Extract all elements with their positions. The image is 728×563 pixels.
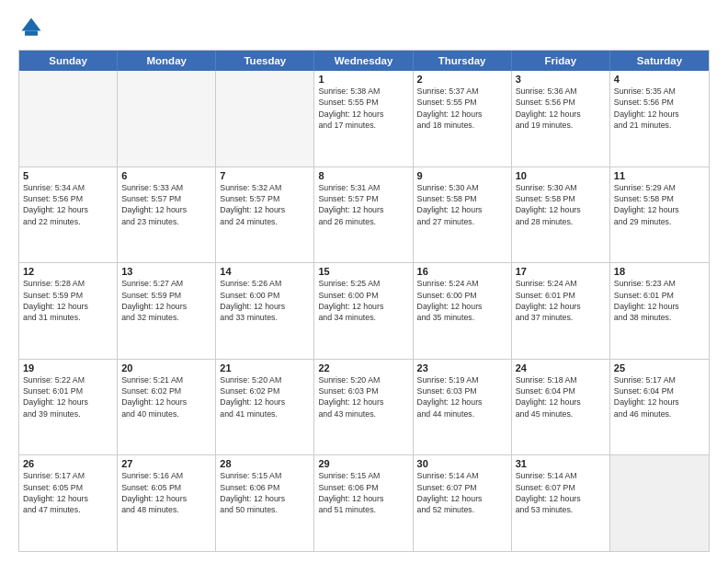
calendar-cell: 19Sunrise: 5:22 AM Sunset: 6:01 PM Dayli… <box>19 360 118 455</box>
day-number: 17 <box>516 266 606 277</box>
day-number: 23 <box>417 362 507 373</box>
day-info: Sunrise: 5:31 AM Sunset: 5:57 PM Dayligh… <box>318 182 408 227</box>
calendar-cell: 4Sunrise: 5:35 AM Sunset: 5:56 PM Daylig… <box>610 71 709 167</box>
day-number: 4 <box>614 74 705 85</box>
day-info: Sunrise: 5:16 AM Sunset: 6:05 PM Dayligh… <box>121 470 211 515</box>
day-info: Sunrise: 5:14 AM Sunset: 6:07 PM Dayligh… <box>516 470 606 515</box>
day-info: Sunrise: 5:37 AM Sunset: 5:55 PM Dayligh… <box>417 86 507 131</box>
calendar-cell <box>118 71 216 167</box>
calendar-cell <box>610 455 709 551</box>
calendar-cell: 23Sunrise: 5:19 AM Sunset: 6:03 PM Dayli… <box>414 360 512 455</box>
day-info: Sunrise: 5:22 AM Sunset: 6:01 PM Dayligh… <box>23 374 113 419</box>
calendar-cell: 1Sunrise: 5:38 AM Sunset: 5:55 PM Daylig… <box>314 71 413 167</box>
day-number: 9 <box>417 170 507 181</box>
day-info: Sunrise: 5:25 AM Sunset: 6:00 PM Dayligh… <box>318 278 408 323</box>
day-number: 16 <box>417 266 507 277</box>
cal-header-day: Monday <box>118 51 216 71</box>
day-info: Sunrise: 5:20 AM Sunset: 6:02 PM Dayligh… <box>220 374 310 419</box>
calendar-row: 26Sunrise: 5:17 AM Sunset: 6:05 PM Dayli… <box>19 454 709 551</box>
calendar-body: 1Sunrise: 5:38 AM Sunset: 5:55 PM Daylig… <box>19 71 709 551</box>
day-info: Sunrise: 5:29 AM Sunset: 5:58 PM Dayligh… <box>614 182 705 227</box>
day-info: Sunrise: 5:27 AM Sunset: 5:59 PM Dayligh… <box>121 278 211 323</box>
day-info: Sunrise: 5:20 AM Sunset: 6:03 PM Dayligh… <box>318 374 408 419</box>
calendar-cell: 6Sunrise: 5:33 AM Sunset: 5:57 PM Daylig… <box>118 167 216 263</box>
calendar-cell: 2Sunrise: 5:37 AM Sunset: 5:55 PM Daylig… <box>414 71 512 167</box>
calendar-header: SundayMondayTuesdayWednesdayThursdayFrid… <box>19 51 709 71</box>
day-info: Sunrise: 5:15 AM Sunset: 6:06 PM Dayligh… <box>220 470 310 515</box>
calendar-cell: 22Sunrise: 5:20 AM Sunset: 6:03 PM Dayli… <box>314 360 413 455</box>
day-number: 15 <box>318 266 408 277</box>
calendar-cell: 21Sunrise: 5:20 AM Sunset: 6:02 PM Dayli… <box>216 360 314 455</box>
calendar-cell: 5Sunrise: 5:34 AM Sunset: 5:56 PM Daylig… <box>19 167 118 263</box>
cal-header-day: Sunday <box>19 51 118 71</box>
day-number: 22 <box>318 362 408 373</box>
day-number: 26 <box>23 458 113 469</box>
cal-header-day: Wednesday <box>314 51 413 71</box>
day-info: Sunrise: 5:30 AM Sunset: 5:58 PM Dayligh… <box>516 182 606 227</box>
calendar-cell: 11Sunrise: 5:29 AM Sunset: 5:58 PM Dayli… <box>610 167 709 263</box>
cal-header-day: Tuesday <box>216 51 314 71</box>
day-number: 11 <box>614 170 705 181</box>
cal-header-day: Saturday <box>610 51 709 71</box>
day-info: Sunrise: 5:15 AM Sunset: 6:06 PM Dayligh… <box>318 470 408 515</box>
logo-icon <box>18 15 44 40</box>
day-number: 24 <box>516 362 606 373</box>
calendar-cell: 15Sunrise: 5:25 AM Sunset: 6:00 PM Dayli… <box>314 263 413 359</box>
calendar-cell: 7Sunrise: 5:32 AM Sunset: 5:57 PM Daylig… <box>216 167 314 263</box>
day-number: 29 <box>318 458 408 469</box>
calendar-cell: 24Sunrise: 5:18 AM Sunset: 6:04 PM Dayli… <box>512 360 610 455</box>
svg-marker-0 <box>22 18 41 31</box>
calendar-cell: 27Sunrise: 5:16 AM Sunset: 6:05 PM Dayli… <box>118 455 216 551</box>
day-number: 6 <box>121 170 211 181</box>
logo <box>18 15 48 40</box>
calendar-cell: 3Sunrise: 5:36 AM Sunset: 5:56 PM Daylig… <box>512 71 610 167</box>
day-info: Sunrise: 5:18 AM Sunset: 6:04 PM Dayligh… <box>516 374 606 419</box>
calendar-row: 19Sunrise: 5:22 AM Sunset: 6:01 PM Dayli… <box>19 359 709 455</box>
calendar-cell: 8Sunrise: 5:31 AM Sunset: 5:57 PM Daylig… <box>314 167 413 263</box>
calendar-cell: 25Sunrise: 5:17 AM Sunset: 6:04 PM Dayli… <box>610 360 709 455</box>
day-number: 7 <box>220 170 310 181</box>
day-info: Sunrise: 5:33 AM Sunset: 5:57 PM Dayligh… <box>121 182 211 227</box>
calendar-cell: 14Sunrise: 5:26 AM Sunset: 6:00 PM Dayli… <box>216 263 314 359</box>
day-number: 1 <box>318 74 408 85</box>
cal-header-day: Friday <box>512 51 610 71</box>
day-info: Sunrise: 5:14 AM Sunset: 6:07 PM Dayligh… <box>417 470 507 515</box>
day-info: Sunrise: 5:26 AM Sunset: 6:00 PM Dayligh… <box>220 278 310 323</box>
day-info: Sunrise: 5:32 AM Sunset: 5:57 PM Dayligh… <box>220 182 310 227</box>
calendar-row: 1Sunrise: 5:38 AM Sunset: 5:55 PM Daylig… <box>19 71 709 167</box>
day-number: 21 <box>220 362 310 373</box>
day-info: Sunrise: 5:38 AM Sunset: 5:55 PM Dayligh… <box>318 86 408 131</box>
calendar-cell: 16Sunrise: 5:24 AM Sunset: 6:00 PM Dayli… <box>414 263 512 359</box>
day-number: 18 <box>614 266 705 277</box>
calendar-cell: 26Sunrise: 5:17 AM Sunset: 6:05 PM Dayli… <box>19 455 118 551</box>
calendar-cell: 31Sunrise: 5:14 AM Sunset: 6:07 PM Dayli… <box>512 455 610 551</box>
day-number: 25 <box>614 362 705 373</box>
day-info: Sunrise: 5:34 AM Sunset: 5:56 PM Dayligh… <box>23 182 113 227</box>
day-number: 31 <box>516 458 606 469</box>
day-number: 30 <box>417 458 507 469</box>
day-number: 28 <box>220 458 310 469</box>
day-number: 2 <box>417 74 507 85</box>
calendar-cell: 18Sunrise: 5:23 AM Sunset: 6:01 PM Dayli… <box>610 263 709 359</box>
day-info: Sunrise: 5:28 AM Sunset: 5:59 PM Dayligh… <box>23 278 113 323</box>
header <box>18 15 710 40</box>
day-number: 20 <box>121 362 211 373</box>
day-number: 5 <box>23 170 113 181</box>
cal-header-day: Thursday <box>414 51 512 71</box>
day-number: 8 <box>318 170 408 181</box>
calendar-cell: 9Sunrise: 5:30 AM Sunset: 5:58 PM Daylig… <box>414 167 512 263</box>
calendar-cell: 29Sunrise: 5:15 AM Sunset: 6:06 PM Dayli… <box>314 455 413 551</box>
calendar-cell <box>19 71 118 167</box>
day-number: 27 <box>121 458 211 469</box>
day-number: 10 <box>516 170 606 181</box>
day-info: Sunrise: 5:36 AM Sunset: 5:56 PM Dayligh… <box>516 86 606 131</box>
day-number: 12 <box>23 266 113 277</box>
svg-rect-1 <box>25 31 38 36</box>
calendar-cell: 28Sunrise: 5:15 AM Sunset: 6:06 PM Dayli… <box>216 455 314 551</box>
calendar-cell: 12Sunrise: 5:28 AM Sunset: 5:59 PM Dayli… <box>19 263 118 359</box>
day-info: Sunrise: 5:24 AM Sunset: 6:01 PM Dayligh… <box>516 278 606 323</box>
day-info: Sunrise: 5:17 AM Sunset: 6:05 PM Dayligh… <box>23 470 113 515</box>
day-number: 19 <box>23 362 113 373</box>
day-number: 13 <box>121 266 211 277</box>
calendar-row: 12Sunrise: 5:28 AM Sunset: 5:59 PM Dayli… <box>19 262 709 359</box>
